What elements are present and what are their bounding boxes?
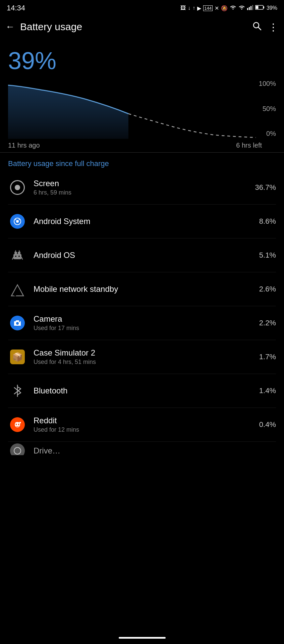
usage-item-info: Case Simulator 2 Used for 4 hrs, 51 mins [34, 348, 259, 366]
svg-rect-0 [247, 8, 248, 10]
list-item[interactable]: Drive… [8, 442, 276, 455]
chart-label-100: 100% [259, 80, 276, 88]
usage-item-pct: 8.6% [259, 217, 276, 226]
svg-rect-1 [249, 7, 250, 10]
usage-item-sub: Used for 12 mins [34, 426, 259, 433]
svg-point-12 [19, 219, 20, 220]
svg-point-33 [15, 422, 16, 423]
signal-144-icon: 144 [203, 5, 213, 11]
screen-icon [8, 178, 27, 197]
list-item[interactable]: 📦 Case Simulator 2 Used for 4 hrs, 51 mi… [8, 340, 276, 374]
battery-chart-svg [8, 78, 256, 139]
chart-right-labels: 100% 50% 0% [259, 78, 276, 139]
chart-label-0: 0% [259, 130, 276, 138]
list-item[interactable]: Camera Used for 17 mins 2.2% [8, 306, 276, 340]
x-icon: ✕ [215, 5, 219, 11]
svg-line-23 [14, 290, 17, 296]
svg-point-11 [15, 219, 16, 220]
usage-item-name: Reddit [34, 416, 259, 425]
usage-item-info: Mobile network standby [34, 284, 259, 294]
wifi2-icon [238, 5, 245, 11]
chart-bottom-labels: 11 hrs ago 6 hrs left [8, 139, 276, 149]
usage-section: Battery usage since full charge Screen 6… [0, 153, 284, 455]
list-item[interactable]: Bluetooth 1.4% [8, 374, 276, 408]
list-item[interactable]: Android System 8.6% [8, 205, 276, 238]
svg-rect-5 [263, 6, 264, 8]
android-os-icon [8, 246, 27, 265]
mute-icon: 🔕 [221, 5, 228, 11]
chart-left-time: 11 hrs ago [8, 142, 40, 149]
back-button[interactable]: ← [5, 21, 15, 32]
upload-icon: ↑ [192, 5, 195, 11]
youtube-icon: ▶ [197, 5, 201, 11]
status-time: 14:34 [7, 4, 25, 12]
svg-rect-2 [250, 6, 251, 10]
usage-item-pct: 5.1% [259, 251, 276, 260]
usage-item-sub: Used for 4 hrs, 51 mins [34, 359, 259, 366]
usage-item-pct: 2.6% [259, 285, 276, 293]
svg-line-18 [12, 257, 13, 259]
svg-rect-3 [252, 5, 253, 10]
usage-item-name: Camera [34, 314, 259, 324]
svg-point-17 [18, 256, 20, 257]
chart-section: 100% 50% 0% 11 hrs ago 6 hrs left [0, 74, 284, 146]
signal-icon [247, 5, 253, 11]
home-indicator [119, 637, 166, 639]
list-item[interactable]: Mobile network standby 2.6% [8, 272, 276, 306]
usage-section-header: Battery usage since full charge [8, 159, 276, 168]
svg-point-29 [16, 424, 17, 425]
usage-item-info: Screen 6 hrs, 59 mins [34, 179, 255, 196]
usage-item-info: Android OS [34, 251, 259, 260]
top-action-icons: ⋮ [252, 21, 279, 33]
usage-item-name: Drive… [34, 446, 276, 455]
battery-percent-display: 39% [8, 47, 56, 74]
page-title: Battery usage [20, 21, 247, 33]
partial-item-icon [8, 442, 27, 455]
usage-item-pct: 1.4% [259, 386, 276, 395]
case-simulator-icon: 📦 [8, 347, 27, 366]
battery-chart: 100% 50% 0% 11 hrs ago 6 hrs left [8, 78, 276, 146]
usage-item-pct: 36.7% [255, 183, 276, 192]
status-bar: 14:34 🖼 ↓ ↑ ▶ 144 ✕ 🔕 [0, 0, 284, 15]
more-button[interactable]: ⋮ [268, 21, 279, 33]
svg-point-24 [16, 322, 19, 325]
usage-item-info: Android System [34, 217, 259, 226]
usage-item-name: Screen [34, 179, 255, 188]
list-item[interactable]: Reddit Used for 12 mins 0.4% [8, 408, 276, 442]
wifi-icon [230, 5, 236, 11]
photo-icon: 🖼 [180, 5, 186, 11]
bluetooth-icon [8, 381, 27, 400]
usage-item-name: Android OS [34, 251, 259, 260]
reddit-icon [8, 415, 27, 434]
usage-item-sub: Used for 17 mins [34, 325, 259, 332]
usage-item-name: Case Simulator 2 [34, 348, 259, 358]
svg-line-8 [259, 27, 261, 30]
battery-percent-section: 39% [0, 39, 284, 74]
svg-line-19 [21, 257, 22, 259]
chart-label-50: 50% [259, 105, 276, 113]
list-item[interactable]: Android OS 5.1% [8, 238, 276, 272]
usage-item-info: Bluetooth [34, 386, 259, 395]
battery-percentage: 39% [267, 5, 277, 11]
usage-item-info: Camera Used for 17 mins [34, 314, 259, 332]
svg-rect-6 [255, 6, 258, 9]
usage-item-pct: 2.2% [259, 319, 276, 327]
usage-item-name: Android System [34, 217, 259, 226]
usage-item-name: Bluetooth [34, 386, 259, 395]
android-system-icon [8, 212, 27, 231]
svg-rect-13 [13, 254, 21, 259]
battery-icon [255, 5, 265, 11]
svg-point-7 [253, 22, 259, 28]
svg-point-25 [19, 321, 20, 322]
home-indicator-bar [0, 632, 284, 644]
svg-point-34 [14, 447, 21, 454]
list-item[interactable]: Screen 6 hrs, 59 mins 36.7% [8, 171, 276, 205]
chart-right-time: 6 hrs left [236, 142, 262, 149]
search-button[interactable] [252, 21, 262, 33]
status-icons: 🖼 ↓ ↑ ▶ 144 ✕ 🔕 [180, 5, 277, 11]
usage-item-name: Mobile network standby [34, 284, 259, 294]
download-icon: ↓ [188, 5, 190, 11]
usage-item-info: Reddit Used for 12 mins [34, 416, 259, 433]
svg-point-16 [15, 256, 16, 257]
top-bar: ← Battery usage ⋮ [0, 15, 284, 39]
